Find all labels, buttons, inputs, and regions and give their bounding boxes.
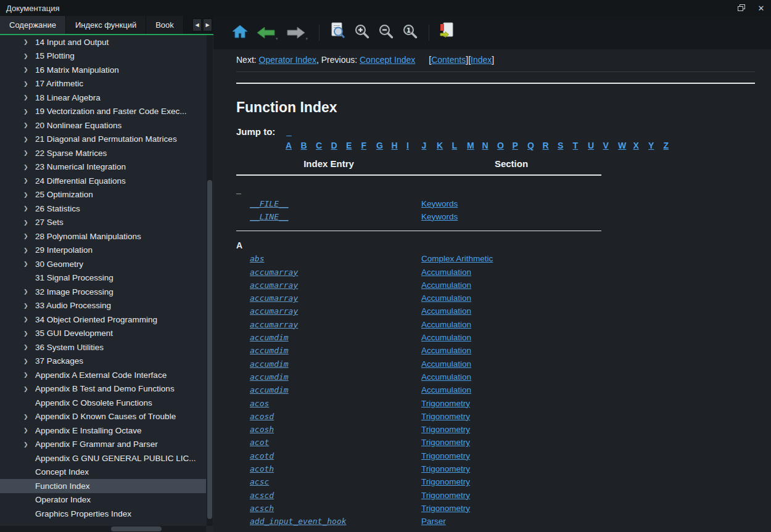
chevron-right-icon[interactable]: ❯ xyxy=(23,219,35,226)
section-link[interactable]: Trigonometry xyxy=(421,412,470,421)
section-link[interactable]: Trigonometry xyxy=(421,477,470,486)
tree-item[interactable]: ❯Appendix E Installing Octave xyxy=(0,424,206,438)
tree-item[interactable]: 31 Signal Processing xyxy=(0,271,206,285)
tree-item[interactable]: ❯14 Input and Output xyxy=(0,35,206,49)
tree-item[interactable]: ❯34 Object Oriented Programming xyxy=(0,313,206,327)
jump-letter-X[interactable]: X xyxy=(633,141,649,150)
function-link[interactable]: accumdim xyxy=(250,372,289,382)
tree-item[interactable]: Appendix C Obsolete Functions xyxy=(0,396,206,410)
function-link[interactable]: acsch xyxy=(250,504,274,513)
section-link[interactable]: Accumulation xyxy=(421,333,471,342)
function-link[interactable]: acotd xyxy=(250,451,274,460)
chevron-right-icon[interactable]: ❯ xyxy=(23,108,35,115)
section-link[interactable]: Keywords xyxy=(421,199,458,208)
tree-item[interactable]: ❯36 System Utilities xyxy=(0,340,206,354)
section-link[interactable]: Trigonometry xyxy=(421,491,470,500)
section-link[interactable]: Accumulation xyxy=(421,346,471,355)
tree-item[interactable]: ❯Appendix A External Code Interface xyxy=(0,368,206,382)
jump-letter-V[interactable]: V xyxy=(603,141,619,150)
chevron-right-icon[interactable]: ❯ xyxy=(23,81,35,87)
section-link[interactable]: Accumulation xyxy=(421,293,471,303)
previous-link[interactable]: Concept Index xyxy=(360,55,415,65)
chevron-right-icon[interactable]: ❯ xyxy=(23,39,35,45)
tree-item[interactable]: ❯35 GUI Development xyxy=(0,327,206,341)
bookmark-button[interactable] xyxy=(437,22,458,44)
tree-item[interactable]: ❯19 Vectorization and Faster Code Exec..… xyxy=(0,105,206,119)
jump-letter-A[interactable]: A xyxy=(286,141,301,150)
chevron-right-icon[interactable]: ❯ xyxy=(23,441,35,448)
jump-letter-D[interactable]: D xyxy=(331,141,347,150)
tree-item[interactable]: ❯17 Arithmetic xyxy=(0,77,206,91)
tree-item[interactable]: ❯32 Image Processing xyxy=(0,285,206,299)
jump-letter-C[interactable]: C xyxy=(316,141,331,150)
chevron-right-icon[interactable]: ❯ xyxy=(23,53,35,59)
tree-item[interactable]: ❯37 Packages xyxy=(0,354,206,369)
chevron-right-icon[interactable]: ❯ xyxy=(23,233,35,239)
chevron-right-icon[interactable]: ❯ xyxy=(23,316,35,322)
tree-item[interactable]: ❯Appendix F Grammar and Parser xyxy=(0,438,206,452)
back-button[interactable]: ▾ xyxy=(254,22,281,44)
tree-item[interactable]: ❯20 Nonlinear Equations xyxy=(0,118,206,133)
jump-letter-Q[interactable]: Q xyxy=(527,141,543,150)
home-button[interactable] xyxy=(229,22,250,44)
chevron-right-icon[interactable]: ❯ xyxy=(23,122,35,128)
tree-item[interactable]: ❯33 Audio Processing xyxy=(0,299,206,313)
tab-contents[interactable]: Содержание xyxy=(0,16,66,34)
section-link[interactable]: Accumulation xyxy=(421,359,471,369)
tree-item[interactable]: ❯18 Linear Algebra xyxy=(0,91,206,105)
jump-letter-O[interactable]: O xyxy=(497,141,513,150)
jump-letter-G[interactable]: G xyxy=(376,141,392,150)
section-link[interactable]: Accumulation xyxy=(421,268,471,277)
jump-letter-H[interactable]: H xyxy=(392,141,407,150)
chevron-right-icon[interactable]: ❯ xyxy=(23,330,35,337)
sidebar-vertical-scrollbar-thumb[interactable] xyxy=(207,180,212,519)
section-link[interactable]: Accumulation xyxy=(421,280,471,290)
section-link[interactable]: Trigonometry xyxy=(421,399,470,408)
jump-letter-S[interactable]: S xyxy=(558,141,573,150)
function-link[interactable]: __LINE__ xyxy=(250,212,289,221)
jump-letter-N[interactable]: N xyxy=(482,141,498,150)
zoom-in-button[interactable] xyxy=(352,22,372,44)
chevron-right-icon[interactable]: ❯ xyxy=(23,344,35,350)
function-link[interactable]: acosd xyxy=(250,412,274,421)
section-link[interactable]: Accumulation xyxy=(421,372,471,382)
chevron-right-icon[interactable]: ❯ xyxy=(23,178,35,184)
chevron-right-icon[interactable]: ❯ xyxy=(23,164,35,170)
function-link[interactable]: acot xyxy=(250,438,269,447)
jump-letter-U[interactable]: U xyxy=(588,141,603,150)
forward-button[interactable]: ▾ xyxy=(284,22,311,44)
close-button[interactable]: ✕ xyxy=(751,0,771,16)
tree-item[interactable]: Function Index xyxy=(0,479,206,493)
chevron-right-icon[interactable]: ❯ xyxy=(23,261,35,267)
chevron-right-icon[interactable]: ❯ xyxy=(23,136,35,142)
function-link[interactable]: acosh xyxy=(250,425,274,434)
tree-item[interactable]: Appendix G GNU GENERAL PUBLIC LIC... xyxy=(0,451,206,465)
section-link[interactable]: Trigonometry xyxy=(421,464,470,473)
jump-letter-I[interactable]: I xyxy=(406,141,422,150)
function-link[interactable]: accumarray xyxy=(250,280,298,290)
tab-scroll-left-button[interactable]: ◀ xyxy=(192,18,202,31)
chevron-right-icon[interactable]: ❯ xyxy=(23,372,35,378)
function-link[interactable]: accumdim xyxy=(250,385,289,395)
jump-letter-L[interactable]: L xyxy=(452,141,468,150)
function-link[interactable]: accumarray xyxy=(250,320,298,329)
chevron-right-icon[interactable]: ❯ xyxy=(23,247,35,253)
next-link[interactable]: Operator Index xyxy=(259,55,316,65)
back-history-dropdown-icon[interactable]: ▾ xyxy=(276,36,278,41)
chevron-right-icon[interactable]: ❯ xyxy=(23,67,35,73)
jump-letter-Z[interactable]: Z xyxy=(664,141,679,150)
find-button[interactable] xyxy=(327,22,348,44)
chevron-right-icon[interactable]: ❯ xyxy=(23,192,35,198)
tree-item[interactable]: Operator Index xyxy=(0,493,206,507)
sidebar-horizontal-scrollbar-thumb[interactable] xyxy=(111,526,162,531)
tree-item[interactable]: ❯23 Numerical Integration xyxy=(0,160,206,174)
function-link[interactable]: abs xyxy=(250,254,264,263)
jump-letter-B[interactable]: B xyxy=(301,141,316,150)
section-link[interactable]: Keywords xyxy=(421,212,458,221)
jump-letter-P[interactable]: P xyxy=(513,141,528,150)
section-link[interactable]: Trigonometry xyxy=(421,504,470,513)
section-link[interactable]: Accumulation xyxy=(421,306,471,316)
jump-letter-R[interactable]: R xyxy=(543,141,558,150)
tree-item[interactable]: ❯26 Statistics xyxy=(0,202,206,216)
jump-letter-Y[interactable]: Y xyxy=(648,141,664,150)
